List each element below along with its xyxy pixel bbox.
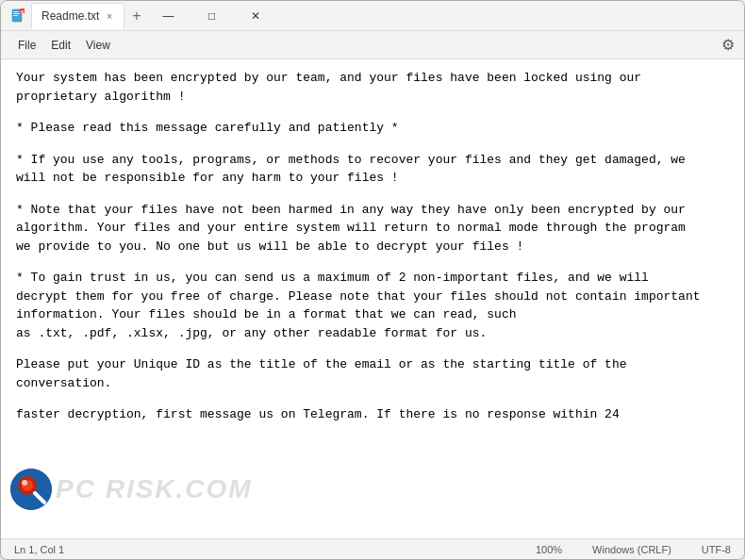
menu-edit[interactable]: Edit [43, 35, 78, 56]
svg-rect-1 [13, 11, 19, 12]
paragraph-4: * Note that your files have not been har… [16, 201, 729, 256]
maximize-button[interactable]: □ [190, 1, 234, 31]
minimize-button[interactable]: — [147, 1, 190, 31]
tab-label: Readme.txt [41, 9, 99, 23]
paragraph-6: Please put your Unique ID as the title o… [16, 355, 729, 392]
menu-file[interactable]: File [10, 35, 43, 56]
paragraph-1: Your system has been encrypted by our te… [16, 69, 729, 106]
line-ending[interactable]: Windows (CRLF) [587, 544, 677, 555]
encoding[interactable]: UTF-8 [696, 544, 737, 555]
window-controls: — □ ✕ [147, 1, 277, 31]
new-tab-button[interactable]: + [126, 8, 146, 25]
menu-view[interactable]: View [78, 35, 118, 56]
menu-bar: File Edit View ⚙ [1, 31, 744, 59]
svg-text:N: N [21, 8, 24, 13]
active-tab[interactable]: Readme.txt × [31, 3, 124, 29]
text-editor[interactable]: Your system has been encrypted by our te… [1, 59, 744, 538]
zoom-level[interactable]: 100% [530, 544, 568, 555]
content-area: Your system has been encrypted by our te… [1, 59, 744, 538]
settings-icon[interactable]: ⚙ [721, 36, 735, 54]
tab-area: Readme.txt × + [31, 3, 147, 29]
content-wrapper: Your system has been encrypted by our te… [1, 59, 744, 538]
title-bar: N Readme.txt × + — □ ✕ [1, 1, 744, 31]
cursor-position: Ln 1, Col 1 [8, 544, 70, 555]
status-bar: Ln 1, Col 1 100% Windows (CRLF) UTF-8 [1, 538, 744, 559]
main-window: N Readme.txt × + — □ ✕ File Edit View ⚙ … [0, 0, 745, 560]
paragraph-7: faster decryption, first message us on T… [16, 405, 729, 424]
app-icon: N [10, 8, 25, 24]
tab-close-button[interactable]: × [105, 11, 114, 22]
status-right: 100% Windows (CRLF) UTF-8 [530, 544, 737, 555]
paragraph-3: * If you use any tools, programs, or met… [16, 151, 729, 188]
status-left: Ln 1, Col 1 [8, 544, 511, 555]
paragraph-2: * Please read this message carefully and… [16, 119, 729, 138]
svg-rect-3 [13, 15, 18, 16]
svg-rect-2 [13, 13, 20, 14]
paragraph-5: * To gain trust in us, you can send us a… [16, 269, 729, 342]
close-button[interactable]: ✕ [234, 1, 277, 31]
